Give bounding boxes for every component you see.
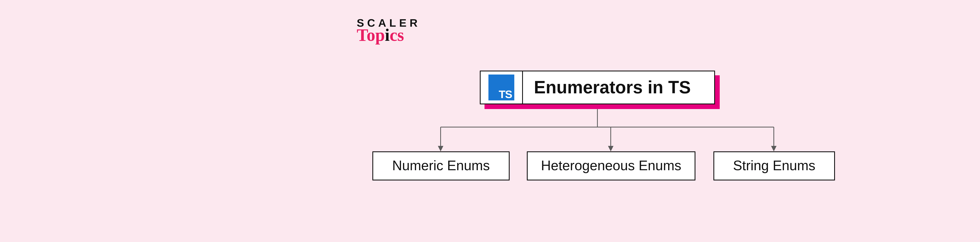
logo-line2: Topics [357, 27, 421, 44]
root-icon-cell: TS [480, 72, 523, 103]
typescript-icon: TS [488, 75, 514, 100]
typescript-icon-text: TS [499, 88, 512, 100]
child-node-numeric-enums: Numeric Enums [372, 151, 510, 180]
diagram-canvas: SCALER Topics TS Enumerators in TS [0, 0, 980, 242]
child-label: String Enums [733, 158, 815, 174]
child-label: Heterogeneous Enums [541, 158, 681, 174]
svg-marker-6 [608, 146, 614, 151]
root-title: Enumerators in TS [523, 72, 714, 103]
child-node-heterogeneous-enums: Heterogeneous Enums [527, 151, 695, 180]
scaler-topics-logo: SCALER Topics [357, 17, 421, 44]
child-node-string-enums: String Enums [713, 151, 835, 180]
tree-connectors [0, 0, 980, 242]
root-node: TS Enumerators in TS [480, 71, 715, 104]
svg-marker-7 [771, 146, 776, 151]
child-label: Numeric Enums [392, 158, 490, 174]
svg-marker-5 [438, 146, 443, 151]
